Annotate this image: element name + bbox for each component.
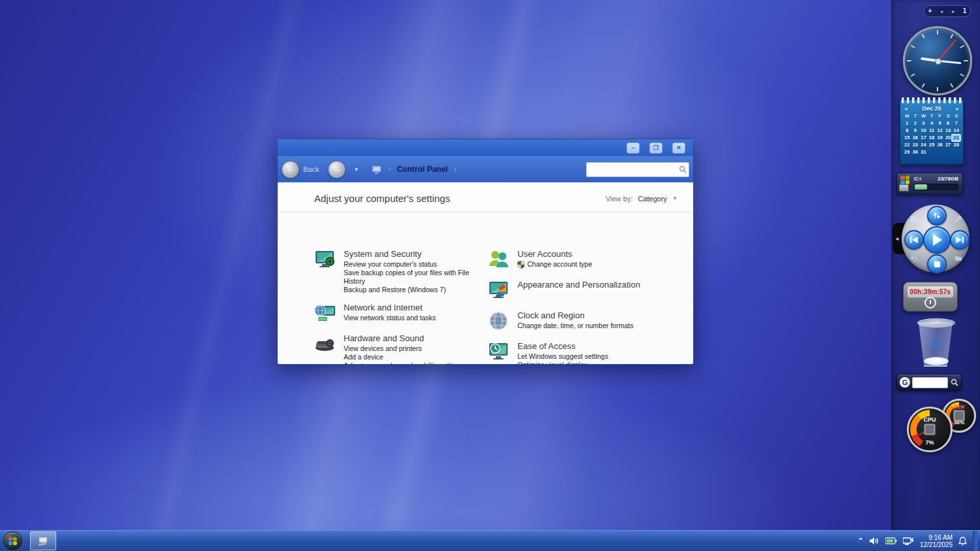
control-panel-search-input[interactable] [587, 165, 677, 175]
category-title[interactable]: Hardware and Sound [344, 333, 463, 343]
media-next-button[interactable] [950, 230, 970, 250]
category-task[interactable]: View network status and tasks [344, 314, 436, 322]
media-stop-button[interactable] [927, 254, 947, 274]
calendar-cell[interactable]: 21 [952, 135, 960, 141]
calendar-cell[interactable]: 30 [911, 149, 920, 156]
pager-prev-button[interactable]: ◄ [939, 9, 944, 14]
calendar-spiral-binding [902, 97, 962, 103]
show-desktop-button[interactable] [973, 531, 977, 551]
category-system-security: System and Security Review your computer… [314, 249, 480, 294]
media-shuffle-button[interactable] [927, 206, 947, 225]
calendar-gadget[interactable]: ◄ Dec 25 ► MTWTFSS1234567891011121314151… [900, 99, 964, 165]
calendar-cell[interactable]: 14 [952, 127, 960, 134]
view-by-label: View by: [606, 195, 632, 203]
gadget-search-button[interactable] [950, 378, 958, 387]
timer-power-button[interactable] [924, 297, 936, 309]
network-internet-icon [314, 303, 336, 325]
network-icon[interactable] [903, 537, 914, 546]
calendar-cell[interactable]: 31 [919, 149, 928, 156]
calendar-cell[interactable]: 4 [928, 120, 936, 127]
calendar-cell[interactable]: 15 [903, 135, 911, 141]
media-play-button[interactable] [923, 226, 951, 254]
category-title[interactable]: Clock and Region [517, 310, 633, 320]
calendar-cell[interactable]: 22 [903, 142, 911, 148]
calendar-cell[interactable]: 8 [903, 127, 911, 134]
search-field [586, 162, 689, 177]
taskbar-clock[interactable]: 9:16 AM 12/21/2025 [920, 534, 953, 548]
calendar-cell[interactable]: 18 [928, 135, 936, 141]
category-task[interactable]: Save backup copies of your files with Fi… [344, 269, 480, 286]
pager-next-button[interactable]: ► [951, 9, 956, 14]
back-button[interactable]: ← [282, 161, 299, 178]
calendar-cell[interactable]: 5 [936, 120, 944, 127]
category-title[interactable]: System and Security [344, 249, 480, 259]
gadget-sidebar: + ◄ ► 1 ◄ Dec 25 ► MTWTFSS12345678910111… [891, 0, 980, 531]
tray-overflow-chevron[interactable]: ⌃ [858, 537, 864, 545]
calendar-cell[interactable]: 10 [919, 127, 928, 134]
search-button[interactable] [677, 165, 689, 173]
category-task[interactable]: Change account type [517, 260, 592, 269]
view-by-dropdown[interactable]: Category [638, 195, 667, 203]
category-title[interactable]: Ease of Access [517, 341, 608, 351]
control-panel-home: Adjust your computer's settings View by:… [278, 182, 693, 364]
gadget-search-input[interactable] [912, 377, 948, 388]
recycle-bin[interactable]: ♻ [916, 318, 955, 368]
calendar-cell[interactable]: 24 [919, 142, 928, 148]
media-previous-button[interactable] [904, 230, 924, 250]
start-button[interactable] [3, 531, 22, 550]
calendar-cell[interactable]: 13 [944, 127, 953, 134]
calendar-cell[interactable]: 17 [919, 135, 928, 141]
calendar-cell[interactable]: 7 [952, 120, 960, 127]
cpu-gauge-label: CPU [909, 416, 951, 423]
category-task[interactable]: Change date, time, or number formats [517, 322, 633, 330]
window-title-bar[interactable]: – ❐ ✕ [278, 139, 693, 156]
calendar-cell[interactable]: 20 [944, 135, 953, 141]
breadcrumb-separator: › [388, 166, 390, 173]
category-task[interactable]: Optimize visual display [517, 361, 608, 365]
calendar-day-header: M [903, 113, 911, 120]
taskbar: ⌃ 9:16 AM 12/21/2025 [0, 530, 980, 551]
hardware-sound-icon [314, 333, 336, 356]
calendar-next-button[interactable]: ► [955, 107, 960, 111]
calendar-cell[interactable]: 11 [928, 127, 936, 134]
calendar-cell[interactable]: 12 [936, 127, 944, 134]
forward-button[interactable]: → [328, 161, 346, 178]
breadcrumb[interactable]: Control Panel [397, 165, 448, 174]
category-task[interactable]: Backup and Restore (Windows 7) [344, 286, 480, 294]
volume-icon[interactable] [870, 537, 879, 545]
minimize-button[interactable]: – [627, 142, 640, 154]
calendar-cell[interactable]: 16 [911, 135, 920, 141]
calendar-cell[interactable]: 1 [903, 120, 911, 127]
add-gadget-button[interactable]: + [928, 8, 932, 14]
category-title[interactable]: Network and Internet [344, 303, 436, 312]
updown-arrows-icon [933, 212, 941, 220]
close-button[interactable]: ✕ [672, 142, 685, 154]
calendar-cell[interactable]: 2 [911, 120, 920, 127]
clock-gadget[interactable] [903, 26, 972, 95]
notifications-bell-icon[interactable] [958, 537, 967, 546]
calendar-cell[interactable]: 6 [944, 120, 953, 127]
battery-icon[interactable] [885, 537, 897, 544]
drive-meter-gadget[interactable]: C:\ 23/78GB [896, 173, 963, 195]
maximize-button[interactable]: ❐ [649, 142, 662, 154]
category-task[interactable]: Add a device [344, 353, 463, 361]
category-title[interactable]: Appearance and Personalization [517, 280, 640, 290]
category-task[interactable]: View devices and printers [344, 344, 463, 353]
calendar-cell[interactable]: 9 [911, 127, 920, 134]
chevron-down-icon: ▼ [672, 195, 678, 201]
category-task[interactable]: Review your computer's status [344, 260, 480, 269]
calendar-cell[interactable]: 29 [903, 149, 911, 156]
category-task[interactable]: Let Windows suggest settings [517, 352, 608, 361]
calendar-cell[interactable]: 23 [911, 142, 920, 148]
taskbar-app-control-panel[interactable] [30, 531, 56, 550]
category-task[interactable]: Adjust commonly used mobility settings [344, 361, 463, 365]
calendar-cell[interactable]: 28 [952, 142, 960, 148]
calendar-prev-button[interactable]: ◄ [904, 107, 908, 111]
calendar-cell[interactable]: 3 [919, 120, 928, 127]
calendar-cell[interactable]: 26 [936, 142, 944, 148]
calendar-cell[interactable]: 19 [936, 135, 944, 141]
calendar-cell[interactable]: 27 [944, 142, 953, 148]
category-title[interactable]: User Accounts [517, 249, 592, 259]
recent-pages-dropdown[interactable]: ▼ [353, 167, 359, 173]
calendar-cell[interactable]: 25 [928, 142, 936, 148]
